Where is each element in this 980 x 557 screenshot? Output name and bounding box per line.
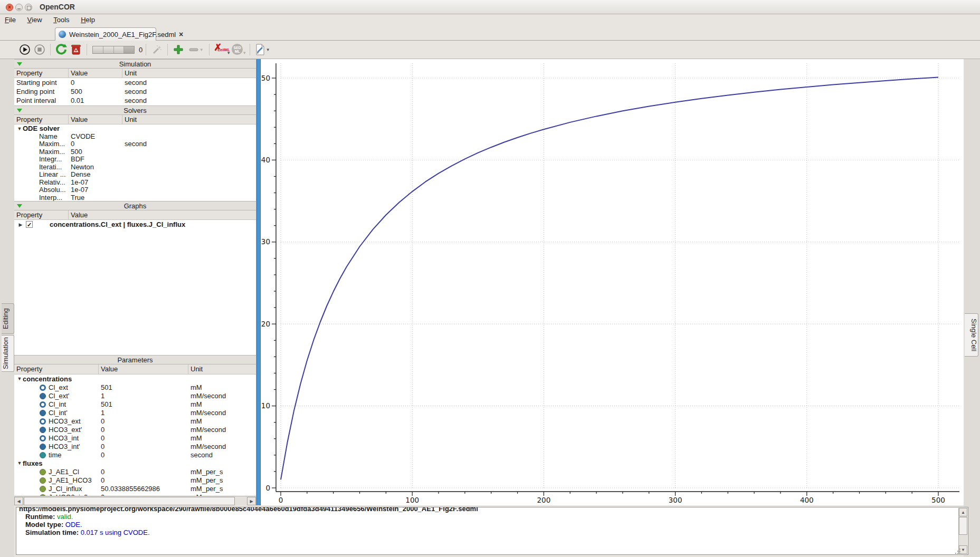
- graph-panel[interactable]: 010203040500100200300400500: [261, 59, 964, 505]
- scroll-up-arrow[interactable]: ▲: [959, 508, 967, 516]
- tree-collapsed-icon[interactable]: ▶: [17, 222, 24, 227]
- cellml-export-button[interactable]: ✗ CellML ▼: [213, 43, 231, 56]
- window-minimize-button[interactable]: [15, 4, 23, 11]
- table-row[interactable]: Absolu...1e-07: [14, 186, 256, 194]
- graph-checkbox[interactable]: ✓: [26, 221, 33, 228]
- clear-results-button[interactable]: [69, 42, 83, 57]
- parameter-row[interactable]: J_AE1_HCO30mM_per_s: [14, 476, 256, 484]
- parameter-row[interactable]: Cl_ext'1mM/second: [14, 391, 256, 400]
- collapse-triangle-icon[interactable]: [17, 62, 22, 66]
- reset-parameters-button[interactable]: [54, 42, 69, 57]
- table-row[interactable]: Maxim...0second: [14, 140, 256, 148]
- value-cell[interactable]: 1e-07: [69, 186, 122, 194]
- table-row[interactable]: Integr...BDF: [14, 156, 256, 164]
- remove-graph-panel-button[interactable]: ▼: [186, 42, 206, 57]
- value-cell[interactable]: Newton: [69, 163, 122, 171]
- simulation-chart[interactable]: 010203040500100200300400500: [261, 59, 964, 505]
- scroll-right-arrow[interactable]: ▶: [247, 497, 256, 505]
- menu-tools[interactable]: Tools: [49, 14, 74, 26]
- sedml-export-button[interactable]: SED ML ▼: [231, 43, 246, 56]
- column-header[interactable]: Unit: [122, 115, 256, 124]
- value-cell[interactable]: 500: [69, 148, 122, 156]
- tree-expanded-icon[interactable]: ▼: [16, 126, 23, 131]
- parameter-row[interactable]: Cl_int'1mM/second: [14, 408, 256, 417]
- value-cell[interactable]: True: [69, 194, 122, 201]
- parameter-group-row[interactable]: ▼concentrations: [14, 374, 256, 383]
- value-cell[interactable]: 1: [99, 409, 188, 417]
- value-cell[interactable]: 0: [99, 443, 188, 450]
- table-row[interactable]: Interp...True: [14, 194, 256, 201]
- tree-expanded-icon[interactable]: ▼: [16, 460, 23, 466]
- solvers-section-header[interactable]: Solvers: [14, 105, 256, 115]
- graphs-section-header[interactable]: Graphs: [14, 201, 256, 210]
- mode-tab-simulation[interactable]: Simulation: [2, 335, 14, 372]
- panel-splitter[interactable]: [256, 59, 261, 505]
- file-tab-active[interactable]: Weinstein_2000_AE1_Fig2F.sedml ×: [55, 27, 156, 41]
- tree-expanded-icon[interactable]: ▼: [16, 376, 23, 381]
- solver-group-row[interactable]: ▼ ODE solver: [14, 124, 256, 132]
- parameter-row[interactable]: Cl_ext501mM: [14, 383, 256, 391]
- parameter-group-row[interactable]: ▼fluxes: [14, 459, 256, 467]
- column-header[interactable]: Property: [14, 69, 69, 78]
- parameter-row[interactable]: HCO3_ext0mM: [14, 417, 256, 425]
- horizontal-scrollbar[interactable]: ◀ ▶: [14, 496, 256, 505]
- column-header[interactable]: Value: [69, 69, 122, 78]
- table-row[interactable]: Starting point0second: [14, 78, 256, 87]
- window-maximize-button[interactable]: [25, 4, 32, 11]
- value-cell[interactable]: 0: [99, 476, 188, 484]
- table-row[interactable]: NameCVODE: [14, 132, 256, 140]
- value-cell[interactable]: 501: [99, 383, 188, 391]
- column-header[interactable]: Value: [69, 115, 122, 124]
- table-row[interactable]: Maxim...500: [14, 148, 256, 156]
- column-header[interactable]: Property: [14, 210, 69, 219]
- column-header[interactable]: Unit: [188, 364, 256, 374]
- parameter-row[interactable]: HCO3_int'0mM/second: [14, 442, 256, 450]
- run-simulation-button[interactable]: [17, 42, 32, 57]
- column-header[interactable]: Value: [99, 364, 188, 374]
- value-cell[interactable]: 0: [69, 140, 122, 148]
- resize-grip[interactable]: [954, 548, 962, 555]
- table-row[interactable]: Iterati...Newton: [14, 163, 256, 171]
- column-header[interactable]: Property: [14, 115, 69, 124]
- delay-slider[interactable]: [92, 46, 135, 54]
- parameters-section-header[interactable]: Parameters: [14, 355, 256, 364]
- value-cell[interactable]: 501: [99, 400, 188, 408]
- value-cell[interactable]: 0: [69, 79, 122, 87]
- magic-wand-button[interactable]: [149, 42, 164, 57]
- value-cell[interactable]: 0: [99, 451, 188, 459]
- vertical-scrollbar[interactable]: ▲ ▼: [958, 508, 967, 554]
- menu-view[interactable]: View: [23, 14, 47, 26]
- table-row[interactable]: Ending point500second: [14, 87, 256, 96]
- column-header[interactable]: Property: [14, 364, 99, 374]
- tab-close-icon[interactable]: ×: [179, 31, 183, 38]
- window-close-button[interactable]: ×: [6, 4, 13, 11]
- parameter-row[interactable]: Cl_int501mM: [14, 400, 256, 408]
- parameter-row[interactable]: HCO3_ext'0mM/second: [14, 425, 256, 434]
- value-cell[interactable]: 500: [69, 88, 122, 95]
- parameter-row[interactable]: time0second: [14, 450, 256, 459]
- add-graph-panel-button[interactable]: [171, 42, 186, 57]
- value-cell[interactable]: 0: [99, 434, 188, 442]
- value-cell[interactable]: Dense: [69, 171, 122, 179]
- graph-row[interactable]: ▶✓concentrations.Cl_ext | fluxes.J_Cl_in…: [14, 220, 256, 229]
- table-row[interactable]: Relativ...1e-07: [14, 178, 256, 186]
- value-cell[interactable]: 1: [99, 392, 188, 400]
- simulation-output-button[interactable]: ▼: [253, 42, 271, 57]
- parameter-row[interactable]: HCO3_int0mM: [14, 434, 256, 442]
- parameter-row[interactable]: J_Cl_influx50.0338855662986mM_per_s: [14, 484, 256, 493]
- value-cell[interactable]: 1e-07: [69, 178, 122, 186]
- view-tab-single-cell[interactable]: Single Cell: [965, 313, 978, 357]
- scrollbar-thumb[interactable]: [24, 497, 235, 505]
- table-row[interactable]: Point interval0.01second: [14, 96, 256, 105]
- column-header[interactable]: Unit: [122, 69, 256, 78]
- value-cell[interactable]: BDF: [69, 156, 122, 164]
- collapse-triangle-icon[interactable]: [17, 109, 22, 112]
- collapse-triangle-icon[interactable]: [17, 204, 22, 208]
- menu-file[interactable]: File: [0, 14, 21, 26]
- value-cell[interactable]: CVODE: [69, 132, 122, 140]
- value-cell[interactable]: 50.0338855662986: [99, 485, 188, 493]
- scrollbar-thumb[interactable]: [959, 517, 967, 535]
- table-row[interactable]: Linear ...Dense: [14, 171, 256, 179]
- mode-tab-editing[interactable]: Editing: [2, 303, 14, 334]
- stop-simulation-button[interactable]: [32, 42, 47, 57]
